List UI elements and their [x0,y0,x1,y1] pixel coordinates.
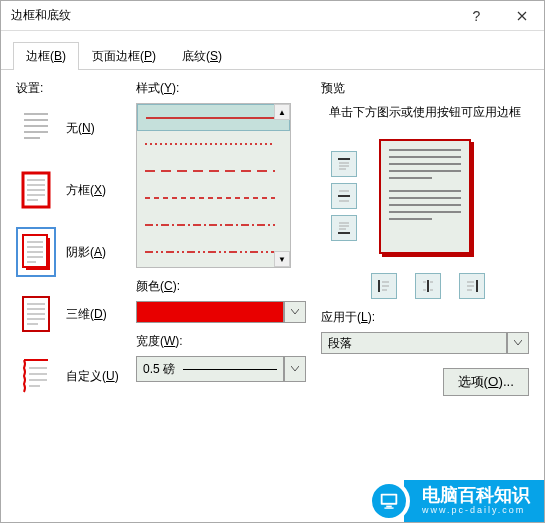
tab-bar: 边框(B) 页面边框(P) 底纹(S) [1,31,544,70]
edge-hmiddle-icon [336,188,352,204]
watermark-main: 电脑百科知识 [422,486,530,506]
tab-page-border[interactable]: 页面边框(P) [79,42,169,70]
style-scroll-up[interactable]: ▲ [274,104,290,120]
edge-vmiddle-button[interactable] [415,273,441,299]
close-icon [517,11,527,21]
preview-column: 预览 单击下方图示或使用按钮可应用边框 [321,80,529,461]
edge-left-icon [376,278,392,294]
tab-page-border-hotkey: P [144,49,152,63]
watermark: 电脑百科知识 www.pc-daily.com [368,480,544,522]
setting-3d-icon [16,289,56,339]
dialog-title: 边框和底纹 [11,7,454,24]
setting-label: 设置: [16,80,126,97]
chevron-down-icon [291,309,299,315]
width-label: 宽度(W): [136,333,306,350]
setting-shadow[interactable]: 阴影(A) [16,227,126,277]
watermark-text: 电脑百科知识 www.pc-daily.com [404,480,544,522]
setting-custom-label: 自定义(U) [66,368,119,385]
svg-rect-62 [386,506,392,508]
style-item-solid[interactable] [137,104,290,131]
titlebar: 边框和底纹 ? [1,1,544,31]
chevron-down-icon [514,340,522,346]
style-list[interactable]: ▲ ▼ [136,103,291,268]
setting-custom[interactable]: 自定义(U) [16,351,126,401]
tab-border-hotkey: B [54,49,62,63]
edge-hmiddle-button[interactable] [331,183,357,209]
tab-border[interactable]: 边框(B) [13,42,79,70]
style-item-dashed[interactable] [137,185,290,212]
close-button[interactable] [499,1,544,31]
style-label: 样式(Y): [136,80,306,97]
color-combo[interactable] [136,301,306,323]
preview-area [321,133,529,303]
svg-rect-63 [384,507,393,508]
apply-combo[interactable]: 段落 [321,332,529,354]
style-item-dashdot[interactable] [137,212,290,239]
style-column: 样式(Y): ▲ [136,80,306,461]
svg-rect-60 [381,494,398,505]
setting-none-icon [16,103,56,153]
chevron-down-icon [291,366,299,372]
setting-shadow-label: 阴影(A) [66,244,106,261]
width-line-preview [183,369,277,370]
watermark-logo-icon [368,480,410,522]
dialog-borders-shading: 边框和底纹 ? 边框(B) 页面边框(P) 底纹(S) 设置: 无(N) [0,0,545,523]
setting-none-label: 无(N) [66,120,95,137]
style-item-dashdotdot[interactable] [137,239,290,266]
preview-document[interactable] [379,139,471,254]
color-dropdown-button[interactable] [284,301,306,323]
width-value: 0.5 磅 [143,361,175,378]
options-button[interactable]: 选项(O)... [443,368,529,396]
style-item-dashed-wide[interactable] [137,158,290,185]
tab-shading-hotkey: S [210,49,218,63]
edge-right-icon [464,278,480,294]
setting-custom-icon [16,351,56,401]
edge-bottom-button[interactable] [331,215,357,241]
apply-value: 段落 [321,332,507,354]
style-item-dotted[interactable] [137,131,290,158]
edge-top-button[interactable] [331,151,357,177]
svg-rect-61 [383,496,396,503]
setting-column: 设置: 无(N) 方框(X) 阴影(A) [16,80,126,461]
dialog-content: 设置: 无(N) 方框(X) 阴影(A) [1,70,544,471]
edge-left-button[interactable] [371,273,397,299]
setting-none[interactable]: 无(N) [16,103,126,153]
watermark-sub: www.pc-daily.com [422,506,530,516]
setting-box-label: 方框(X) [66,182,106,199]
edge-bottom-icon [336,220,352,236]
color-label: 颜色(C): [136,278,306,295]
color-swatch [136,301,284,323]
preview-label: 预览 [321,80,529,97]
width-combo[interactable]: 0.5 磅 [136,356,306,382]
setting-shadow-icon [16,227,56,277]
style-scroll-down[interactable]: ▼ [274,251,290,267]
preview-hint: 单击下方图示或使用按钮可应用边框 [321,103,529,121]
setting-3d-label: 三维(D) [66,306,107,323]
setting-3d[interactable]: 三维(D) [16,289,126,339]
apply-dropdown-button[interactable] [507,332,529,354]
edge-vmiddle-icon [420,278,436,294]
width-dropdown-button[interactable] [284,356,306,382]
apply-label: 应用于(L): [321,309,529,326]
tab-shading[interactable]: 底纹(S) [169,42,235,70]
edge-right-button[interactable] [459,273,485,299]
edge-top-icon [336,156,352,172]
setting-box[interactable]: 方框(X) [16,165,126,215]
setting-box-icon [16,165,56,215]
help-button[interactable]: ? [454,1,499,31]
width-display: 0.5 磅 [136,356,284,382]
